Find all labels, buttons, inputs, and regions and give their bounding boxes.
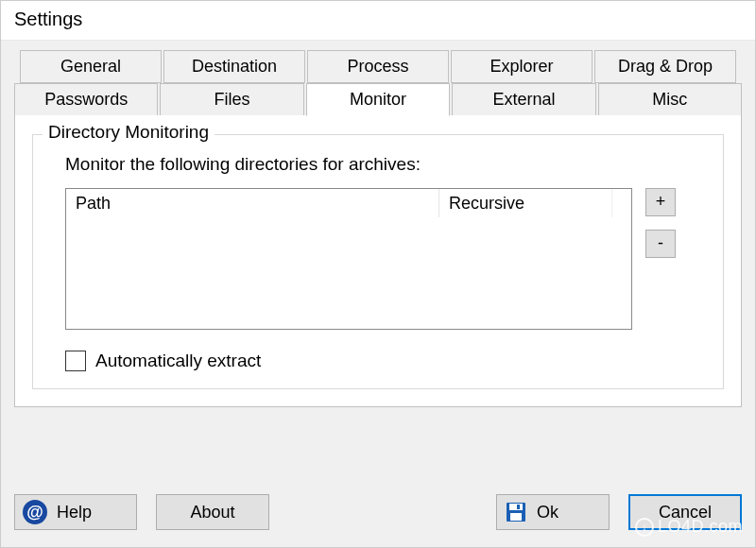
add-directory-button[interactable]: +: [645, 188, 676, 216]
remove-directory-button[interactable]: -: [645, 230, 676, 258]
help-button-label: Help: [57, 503, 92, 522]
column-recursive[interactable]: Recursive: [439, 189, 612, 217]
tabs-container: General Destination Process Explorer Dra…: [14, 50, 742, 407]
auto-extract-checkbox[interactable]: [65, 351, 86, 371]
directories-list[interactable]: Path Recursive: [65, 188, 632, 330]
side-buttons: + -: [645, 188, 676, 330]
tab-destination[interactable]: Destination: [163, 50, 305, 83]
content-area: General Destination Process Explorer Dra…: [1, 41, 755, 481]
tab-general[interactable]: General: [20, 50, 162, 83]
svg-rect-2: [510, 513, 522, 521]
settings-window: Settings General Destination Process Exp…: [0, 0, 756, 548]
column-path[interactable]: Path: [66, 189, 439, 217]
tab-misc[interactable]: Misc: [598, 83, 742, 116]
tab-process[interactable]: Process: [307, 50, 449, 83]
tab-row-bottom: Passwords Files Monitor External Misc: [14, 83, 742, 116]
button-bar: @ Help About Ok Cancel: [1, 481, 755, 547]
tab-monitor[interactable]: Monitor: [306, 83, 450, 116]
instruction-text: Monitor the following directories for ar…: [65, 154, 708, 175]
help-button[interactable]: @ Help: [14, 494, 137, 530]
list-body: [66, 217, 631, 329]
about-button[interactable]: About: [156, 494, 269, 530]
directory-monitoring-group: Directory Monitoring Monitor the followi…: [32, 134, 724, 389]
svg-rect-1: [509, 504, 523, 510]
save-icon: [505, 501, 527, 523]
list-header: Path Recursive: [66, 189, 631, 217]
tab-row-top: General Destination Process Explorer Dra…: [14, 50, 742, 83]
window-title: Settings: [1, 1, 755, 41]
tab-panel-monitor: Directory Monitoring Monitor the followi…: [14, 115, 742, 407]
tab-drag-drop[interactable]: Drag & Drop: [594, 50, 736, 83]
tab-external[interactable]: External: [452, 83, 595, 116]
list-area: Path Recursive + -: [65, 188, 708, 330]
tab-explorer[interactable]: Explorer: [451, 50, 593, 83]
at-icon: @: [23, 500, 47, 524]
auto-extract-row: Automatically extract: [65, 351, 708, 371]
cancel-button-label: Cancel: [659, 503, 712, 522]
about-button-label: About: [190, 503, 234, 522]
tab-files[interactable]: Files: [160, 83, 303, 116]
column-spacer: [612, 189, 631, 217]
tab-passwords[interactable]: Passwords: [14, 83, 158, 116]
svg-rect-3: [517, 505, 520, 509]
ok-button-label: Ok: [537, 503, 558, 522]
group-label: Directory Monitoring: [43, 122, 215, 143]
ok-button[interactable]: Ok: [496, 494, 610, 530]
cancel-button[interactable]: Cancel: [628, 494, 742, 530]
auto-extract-label: Automatically extract: [95, 351, 261, 371]
